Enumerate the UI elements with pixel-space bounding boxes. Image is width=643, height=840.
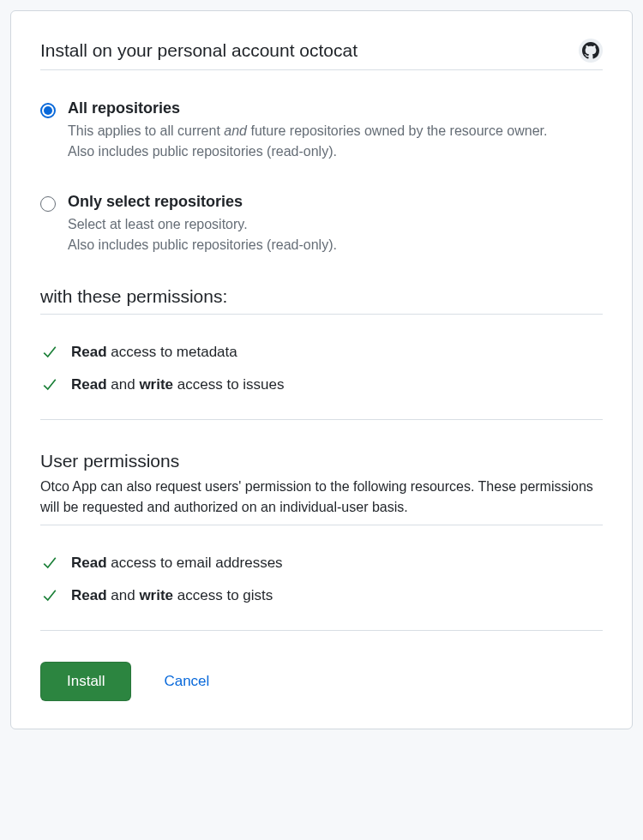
avatar — [579, 39, 603, 63]
permissions-heading: with these permissions: — [40, 286, 603, 307]
divider — [40, 419, 603, 420]
permission-item: Read access to metadata — [40, 344, 603, 361]
cancel-link[interactable]: Cancel — [164, 673, 209, 690]
permission-item: Read and write access to issues — [40, 376, 603, 393]
radio-content: All repositories This applies to all cur… — [68, 99, 603, 162]
radio-label: Only select repositories — [68, 193, 603, 211]
radio-select-repositories[interactable]: Only select repositories Select at least… — [40, 193, 603, 255]
divider — [40, 314, 603, 315]
radio-label: All repositories — [68, 99, 603, 117]
user-permission-item: Read and write access to gists — [40, 587, 603, 604]
user-permission-item: Read access to email addresses — [40, 555, 603, 572]
permission-text: Read and write access to gists — [71, 587, 273, 604]
user-permissions-heading: User permissions — [40, 451, 603, 471]
check-icon — [42, 377, 57, 393]
user-permissions-description: Otco App can also request users' permiss… — [40, 477, 603, 518]
radio-unselected-icon — [40, 196, 56, 212]
install-button[interactable]: Install — [40, 662, 131, 701]
permission-text: Read and write access to issues — [71, 376, 285, 393]
radio-selected-icon — [40, 103, 56, 118]
check-icon — [42, 345, 57, 360]
radio-all-repositories[interactable]: All repositories This applies to all cur… — [40, 99, 603, 162]
divider — [40, 630, 603, 631]
actions-row: Install Cancel — [40, 662, 603, 701]
divider — [40, 525, 603, 525]
permission-text: Read access to email addresses — [71, 555, 283, 572]
octocat-icon — [582, 42, 599, 59]
radio-content: Only select repositories Select at least… — [68, 193, 603, 255]
check-icon — [42, 588, 57, 603]
header: Install on your personal account octocat — [40, 39, 603, 63]
page-title: Install on your personal account octocat — [40, 40, 358, 61]
radio-description: This applies to all current and future r… — [68, 121, 603, 162]
divider — [40, 69, 603, 70]
radio-description: Select at least one repository. Also inc… — [68, 214, 603, 255]
check-icon — [42, 555, 57, 571]
install-card: Install on your personal account octocat… — [10, 10, 633, 729]
permission-text: Read access to metadata — [71, 344, 237, 361]
